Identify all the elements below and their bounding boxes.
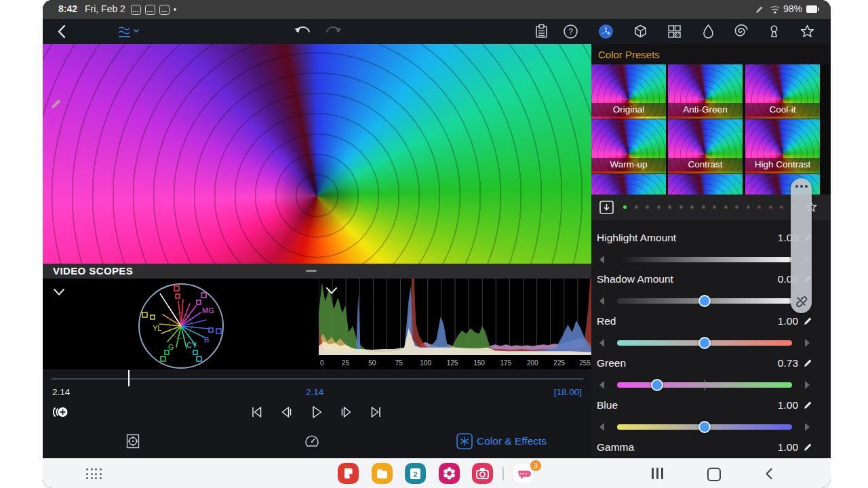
vectorscope: MG B CY G YL	[130, 275, 232, 377]
speed-button[interactable]	[303, 432, 321, 450]
redo-button[interactable]	[323, 22, 344, 41]
preset-tile[interactable]: Original	[591, 64, 666, 119]
floating-handle[interactable]	[791, 178, 812, 313]
total-duration: [18.00]	[554, 387, 582, 397]
preset-tile[interactable]: Warm-up	[591, 119, 666, 174]
preset-color-bar	[668, 117, 743, 119]
clipboard-icon[interactable]	[532, 22, 551, 41]
slider-value: 1.00	[778, 399, 798, 411]
slider-decrement-icon[interactable]	[599, 297, 604, 305]
notes-app-icon[interactable]	[338, 463, 359, 484]
slider-thumb[interactable]	[651, 379, 663, 391]
page-dot[interactable]	[757, 205, 761, 209]
slider-track[interactable]	[617, 253, 792, 266]
svg-text:CY: CY	[186, 341, 197, 349]
page-dot[interactable]	[646, 205, 649, 209]
home-button[interactable]	[707, 468, 721, 481]
play-button[interactable]	[307, 403, 326, 422]
slider-increment-icon[interactable]	[805, 423, 810, 431]
spiral-icon[interactable]	[732, 22, 750, 41]
slider-decrement-icon[interactable]	[599, 381, 604, 389]
histogram-menu-chevron-icon[interactable]	[326, 287, 338, 295]
color-effects-icon[interactable]	[456, 432, 473, 450]
preset-tile-partial[interactable]	[668, 174, 743, 195]
page-dot[interactable]	[635, 205, 638, 209]
skip-to-start-button[interactable]	[248, 403, 266, 422]
svg-text:MG: MG	[202, 306, 214, 314]
page-dot[interactable]	[702, 205, 705, 209]
keyhole-icon[interactable]	[765, 22, 783, 41]
preset-tile[interactable]: Cool-it	[745, 64, 820, 119]
help-icon[interactable]: ?	[561, 22, 580, 41]
slider-increment-icon[interactable]	[805, 381, 810, 389]
drag-handle-dots-icon[interactable]	[795, 185, 808, 188]
video-preview[interactable]	[43, 44, 591, 264]
page-dot[interactable]	[623, 205, 627, 209]
slider-track[interactable]	[617, 379, 792, 391]
histogram-tick-label: 50	[368, 359, 376, 367]
camera-app-icon[interactable]	[472, 463, 493, 484]
slider-track[interactable]	[617, 337, 792, 349]
vectorscope-menu-chevron-icon[interactable]	[53, 288, 65, 296]
android-navbar: 2 3	[43, 458, 831, 488]
import-preset-icon[interactable]	[598, 199, 615, 216]
slider-track[interactable]	[617, 421, 792, 433]
slider-decrement-icon[interactable]	[599, 423, 604, 431]
undo-button[interactable]	[292, 22, 313, 41]
page-dot[interactable]	[679, 205, 683, 209]
files-app-icon[interactable]	[372, 463, 393, 484]
page-dot[interactable]	[724, 205, 728, 209]
preset-tile[interactable]: Contrast	[668, 119, 743, 174]
preset-label: Cool-it	[745, 103, 820, 117]
page-dot[interactable]	[769, 205, 772, 209]
slider-thumb[interactable]	[698, 295, 711, 307]
preset-tile-partial[interactable]	[591, 174, 666, 195]
apps-grid-button[interactable]	[86, 468, 102, 479]
star-icon[interactable]	[798, 22, 816, 41]
slider-increment-icon[interactable]	[805, 339, 810, 347]
video-scopes-header[interactable]: VIDEO SCOPES	[43, 264, 591, 279]
next-frame-button[interactable]	[337, 403, 355, 422]
page-dot[interactable]	[668, 205, 671, 209]
histogram-tick-label: 225	[553, 359, 565, 367]
frame-fit-button[interactable]	[124, 432, 142, 450]
edit-value-icon[interactable]	[803, 358, 813, 368]
gallery-app-icon[interactable]	[439, 463, 460, 484]
slider-thumb[interactable]	[698, 337, 711, 349]
page-dot[interactable]	[735, 205, 738, 209]
calendar-app-icon[interactable]: 2	[405, 463, 426, 484]
preset-label: Contrast	[668, 158, 743, 171]
page-dot[interactable]	[713, 205, 716, 209]
edit-value-icon[interactable]	[803, 400, 813, 410]
slider-track[interactable]	[617, 295, 792, 307]
color-effects-label[interactable]: Color & Effects	[477, 435, 547, 447]
droplet-icon[interactable]	[699, 22, 717, 41]
add-keyframe-button[interactable]	[50, 403, 70, 422]
histogram-tick-label: 75	[395, 359, 403, 367]
lut-cube-icon[interactable]	[631, 22, 650, 41]
color-wheel-icon[interactable]	[597, 22, 615, 41]
clip-adjust-menu-icon[interactable]	[116, 22, 143, 41]
edit-value-icon[interactable]	[803, 442, 813, 452]
back-nav-button[interactable]	[763, 467, 775, 481]
scopes-resize-handle[interactable]	[306, 270, 317, 272]
page-dot[interactable]	[690, 205, 694, 209]
previous-frame-button[interactable]	[277, 403, 296, 422]
edit-value-icon[interactable]	[803, 316, 813, 326]
unlink-icon[interactable]	[795, 295, 808, 308]
video-scopes-body: MG B CY G YL 025507510012515017520022525…	[43, 279, 591, 369]
preset-tile[interactable]: Anti-Green	[668, 64, 743, 119]
playhead[interactable]	[128, 370, 130, 386]
slider-thumb[interactable]	[698, 421, 711, 433]
page-dot[interactable]	[747, 205, 750, 209]
panels-icon[interactable]	[665, 22, 684, 41]
page-dot[interactable]	[780, 205, 783, 209]
skip-to-end-button[interactable]	[367, 403, 385, 422]
histogram-scope: 0255075100125150175200225255	[319, 279, 591, 369]
slider-decrement-icon[interactable]	[599, 256, 604, 264]
back-button[interactable]	[54, 22, 72, 41]
scrubber-track[interactable]	[51, 378, 584, 380]
slider-decrement-icon[interactable]	[599, 339, 604, 347]
preset-tile[interactable]: High Contrast	[745, 119, 820, 174]
page-dot[interactable]	[657, 205, 660, 209]
